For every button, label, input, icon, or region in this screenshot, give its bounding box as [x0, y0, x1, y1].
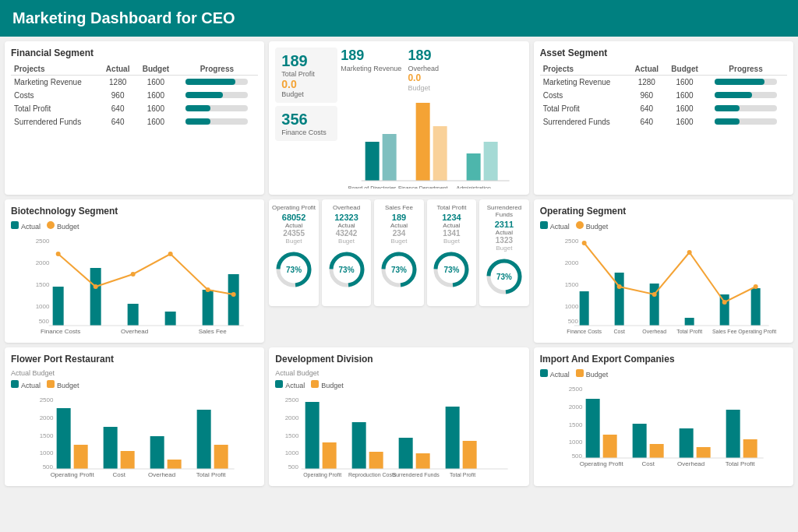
svg-point-55: [687, 250, 691, 255]
row-budget: 1600: [665, 89, 704, 102]
total-profit-budget-label: Budget: [281, 90, 331, 98]
svg-text:1500: 1500: [285, 432, 299, 439]
import-chart: 2500 2000 1500 1000 500 Operating Profit…: [540, 382, 787, 467]
svg-text:500: 500: [567, 318, 578, 325]
svg-rect-51: [750, 288, 760, 326]
kpi-budget-label: Buget: [482, 245, 526, 252]
total-profit-box: 189 Total Profit 0.0 Budget: [275, 48, 337, 103]
import-export: Import And Export Companies Actual Budge…: [534, 347, 793, 486]
svg-text:2500: 2500: [36, 238, 50, 245]
svg-text:Cost: Cost: [641, 460, 655, 467]
svg-text:Total Profit: Total Profit: [450, 472, 475, 477]
svg-rect-106: [585, 399, 599, 458]
marketing-rev-label: Marketing Revenue: [341, 65, 401, 72]
bio-chart: 2500 2000 1500 1000 500 Finance Costs Ov…: [11, 234, 258, 335]
kpi-pct: 73%: [339, 266, 355, 274]
svg-text:2000: 2000: [564, 259, 578, 266]
kpi-actual-val: 68052: [271, 213, 316, 222]
dev-subtitle: Actual Budget: [275, 369, 522, 377]
kpi-box: Total Profit 1234 Actual 1341 Buget 73%: [427, 199, 476, 306]
row-name: Marketing Revenue: [540, 76, 629, 90]
svg-point-57: [753, 284, 757, 289]
table-row: Surrendered Funds 640 1600: [11, 115, 258, 129]
row-actual: 960: [100, 89, 136, 102]
bio-legend: Actual Budget: [11, 221, 258, 231]
svg-text:Total Profit: Total Profit: [725, 460, 755, 467]
operating-segment: Operating Segment Actual Budget 2500 200…: [534, 199, 793, 343]
svg-point-52: [581, 241, 586, 245]
svg-text:500: 500: [288, 463, 299, 470]
svg-rect-2: [467, 153, 481, 181]
financial-title: Financial Segment: [11, 48, 258, 58]
svg-point-21: [56, 252, 61, 256]
svg-rect-111: [696, 447, 710, 458]
row-budget: 1600: [665, 76, 704, 90]
kpi-label: Sales Fee: [376, 204, 421, 211]
svg-text:Operating Profit: Operating Profit: [579, 460, 623, 467]
table-row: Costs 960 1600: [540, 89, 787, 102]
kpi-budget-label: Buget: [376, 238, 421, 245]
overhead-number: 189: [408, 48, 431, 63]
svg-text:Total Profit: Total Profit: [196, 471, 227, 478]
svg-rect-0: [365, 142, 380, 181]
svg-rect-49: [684, 318, 694, 326]
svg-text:Overhead: Overhead: [121, 328, 148, 335]
svg-text:2000: 2000: [285, 414, 299, 421]
kpi-label: Total Profit: [429, 204, 474, 211]
kpi-box: Operating Profit 68052 Actual 24355 Buge…: [269, 199, 318, 306]
svg-text:500: 500: [39, 318, 50, 325]
dev-chart: 2500 2000 1500 1000 500 Operating Profit…: [275, 393, 522, 478]
svg-rect-71: [74, 445, 88, 469]
svg-point-22: [94, 284, 98, 289]
kpi-budget-val: 234: [376, 229, 421, 238]
row-budget: 1600: [136, 102, 175, 115]
svg-text:1000: 1000: [36, 303, 50, 310]
kpi-actual-label: Actual: [482, 229, 526, 236]
row-budget: 1600: [136, 89, 175, 102]
svg-rect-112: [726, 410, 740, 458]
kpi-box: Surrendered Funds 2311 Actual 1323 Buget…: [479, 199, 528, 306]
svg-rect-17: [128, 304, 139, 326]
row-progress: [175, 102, 258, 115]
center-stats: 189 Total Profit 0.0 Budget 356 Finance …: [269, 41, 528, 195]
svg-rect-88: [305, 402, 320, 469]
financial-col-budget: Budget: [136, 63, 175, 76]
asset-table: Projects Actual Budget Progress Marketin…: [540, 63, 787, 129]
table-row: Total Profit 640 1600: [540, 102, 787, 115]
asset-col-projects: Projects: [540, 63, 629, 76]
kpi-actual-val: 2311: [482, 220, 526, 229]
svg-rect-18: [165, 312, 176, 326]
svg-rect-73: [121, 451, 135, 469]
asset-col-budget: Budget: [665, 63, 704, 76]
kpi-actual-label: Actual: [324, 222, 369, 229]
row-name: Marketing Revenue: [11, 76, 100, 90]
row-name: Costs: [11, 89, 100, 102]
svg-point-25: [206, 287, 210, 292]
finance-costs-box: 356 Finance Costs: [275, 106, 337, 141]
asset-col-actual: Actual: [629, 63, 665, 76]
page-title: Marketing Dashboard for CEO: [12, 9, 235, 26]
svg-rect-94: [446, 407, 460, 469]
svg-text:500: 500: [571, 453, 582, 460]
kpi-actual-label: Actual: [271, 222, 316, 229]
svg-text:Board of Directories: Board of Directories: [348, 185, 397, 188]
svg-text:2000: 2000: [568, 403, 582, 410]
total-profit-budget-val: 0.0: [281, 78, 331, 90]
kpi-label: Surrendered Funds: [482, 204, 526, 218]
kpi-budget-label: Buget: [271, 238, 316, 245]
svg-text:1000: 1000: [568, 439, 582, 446]
svg-text:2000: 2000: [36, 259, 50, 266]
row-name: Costs: [540, 89, 629, 102]
flower-subtitle: Actual Budget: [11, 369, 258, 377]
svg-rect-76: [197, 410, 211, 469]
overhead-label: Overhead: [408, 65, 439, 72]
row-progress: [704, 76, 787, 90]
svg-text:Cost: Cost: [112, 471, 125, 478]
kpi-label: Overhead: [324, 204, 369, 211]
svg-rect-95: [463, 441, 477, 469]
flower-port: Flower Port Restaurant Actual Budget Act…: [5, 347, 264, 486]
svg-point-56: [722, 300, 726, 305]
svg-rect-15: [53, 287, 64, 326]
flower-title: Flower Port Restaurant: [11, 354, 258, 365]
import-legend: Actual Budget: [540, 369, 787, 379]
